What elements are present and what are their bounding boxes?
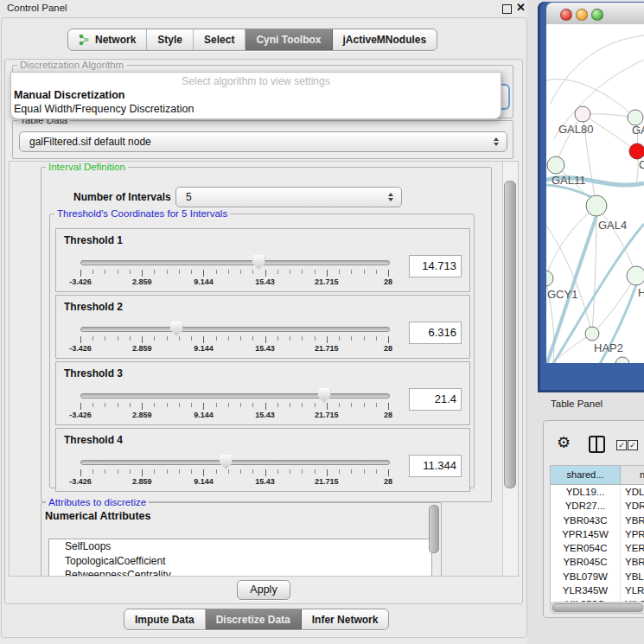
control-panel-titlebar: Control Panel ✕ xyxy=(0,0,527,17)
bottom-tab-bar: Impute Data Discretize Data Infer Networ… xyxy=(124,609,389,630)
table-row[interactable]: YDR27... YDR2 xyxy=(551,499,644,513)
attribute-list[interactable]: SelfLoops TopologicalCoefficient Between… xyxy=(48,539,432,577)
table-row[interactable]: YBR043C YBR0 xyxy=(551,513,644,527)
table-header-row: shared... na xyxy=(551,466,644,485)
table-cell[interactable]: YDR27... xyxy=(551,499,621,513)
numerical-attributes-label: Numerical Attributes xyxy=(45,510,150,522)
network-canvas[interactable]: GAL80 GA C GAL11 GAL4 GCY1 H HAP2 xyxy=(546,24,644,363)
threshold-slider[interactable] xyxy=(80,327,390,332)
gear-icon[interactable]: ⚙ xyxy=(557,435,571,450)
table-cell[interactable]: YER054C xyxy=(551,541,621,555)
slider-thumb[interactable] xyxy=(220,455,233,469)
tab-style[interactable]: Style xyxy=(147,29,194,50)
node-label-gal-clipped: GA xyxy=(632,124,644,137)
network-graph: GAL80 GA C GAL11 GAL4 GCY1 H HAP2 xyxy=(546,24,644,363)
tab-network[interactable]: Network xyxy=(68,29,147,50)
node-hap2 xyxy=(585,327,599,341)
zoom-window-icon[interactable] xyxy=(591,9,603,21)
table-cell[interactable]: YER0 xyxy=(621,541,644,555)
tab-jactivemnodules[interactable]: jActiveMNodules xyxy=(333,29,437,50)
threshold-value-field[interactable]: 21.4 xyxy=(409,388,462,411)
threshold-value-field[interactable]: 14.713 xyxy=(409,255,462,277)
table-row[interactable]: YLR345W YLR3 xyxy=(551,583,644,597)
node-label-h-clipped: H xyxy=(638,286,644,299)
table-cell[interactable]: YBR0 xyxy=(621,555,644,569)
column-header-name[interactable]: na xyxy=(621,466,644,484)
top-tab-bar: Network Style Select Cyni Toolbox jActiv… xyxy=(67,29,437,51)
attribute-list-item[interactable]: TopologicalCoefficient xyxy=(49,554,431,569)
table-cell[interactable]: YBR0 xyxy=(621,513,644,527)
checkbox-icon[interactable]: ✓ xyxy=(628,440,638,450)
slider-axis: -3.426 2.859 9.144 15.43 21.715 28 xyxy=(80,403,388,422)
split-columns-icon[interactable] xyxy=(589,436,605,453)
combo-stepper-icon xyxy=(494,137,499,146)
attribute-list-item[interactable]: SelfLoops xyxy=(49,539,431,554)
checkbox-icon[interactable]: ✓ xyxy=(616,440,627,450)
algorithm-option-manual[interactable]: Manual Discretization xyxy=(14,89,125,101)
apply-button[interactable]: Apply xyxy=(237,580,290,600)
table-cell[interactable]: YLR345W xyxy=(551,583,621,597)
column-header-shared[interactable]: shared... xyxy=(551,466,621,484)
threshold-label: Threshold 1 xyxy=(64,234,123,246)
tab-cyni-toolbox[interactable]: Cyni Toolbox xyxy=(245,29,332,50)
attributes-group-title: Attributes to discretize xyxy=(46,497,149,507)
table-cell[interactable]: YLR3 xyxy=(621,583,644,597)
float-panel-icon[interactable] xyxy=(502,4,512,14)
discretization-algorithm-title: Discretization Algorithm xyxy=(17,60,126,70)
table-cell[interactable]: YBR045C xyxy=(551,555,621,569)
number-of-intervals-combobox[interactable]: 5 xyxy=(175,187,402,207)
slider-thumb[interactable] xyxy=(318,388,331,403)
node-label-hap2: HAP2 xyxy=(594,341,623,354)
horizontal-scrollbar-track[interactable] xyxy=(550,602,644,614)
table-data-combobox[interactable]: galFiltered.sif default node xyxy=(19,131,507,152)
table-cell[interactable]: YDR2 xyxy=(621,499,644,513)
threshold-slider[interactable] xyxy=(80,260,390,265)
attribute-list-item[interactable]: BetweennessCentrality xyxy=(49,568,431,577)
thresholds-group-title: Threshold's Coordinates for 5 Intervals xyxy=(54,208,230,219)
table-row[interactable]: YER054C YER0 xyxy=(551,541,644,555)
table-cell[interactable]: YDL1 xyxy=(621,485,644,499)
tab-network-label: Network xyxy=(95,34,136,46)
table-cell[interactable]: YPR1 xyxy=(621,527,644,541)
minimize-window-icon[interactable] xyxy=(576,9,588,21)
slider-thumb[interactable] xyxy=(170,322,183,336)
table-row[interactable]: YBR045C YBR0 xyxy=(551,555,644,569)
tab-discretize-data[interactable]: Discretize Data xyxy=(206,609,302,629)
vertical-scrollbar-track[interactable] xyxy=(502,162,518,576)
node-attribute-table: shared... na YDL19... YDL1 YDR27... YDR2… xyxy=(550,465,644,603)
table-cell[interactable]: YDL19... xyxy=(551,485,621,499)
table-cell[interactable]: YBR043C xyxy=(551,513,621,527)
table-cell[interactable]: YBL0 xyxy=(621,570,644,583)
horizontal-scrollbar-thumb[interactable] xyxy=(552,603,643,612)
network-window-titlebar[interactable] xyxy=(546,3,644,25)
slider-thumb[interactable] xyxy=(252,255,265,270)
tab-select[interactable]: Select xyxy=(194,29,245,50)
vertical-scrollbar-thumb[interactable] xyxy=(504,181,516,488)
threshold-row: Threshold 2 -3.426 2.859 9.144 15.43 21.… xyxy=(55,295,470,359)
threshold-value-field[interactable]: 6.316 xyxy=(409,322,462,344)
node-bottom xyxy=(615,357,629,363)
node-label-gal11: GAL11 xyxy=(552,174,586,187)
threshold-slider[interactable] xyxy=(80,393,390,399)
node-gcy1 xyxy=(546,271,553,286)
close-window-icon[interactable] xyxy=(560,9,572,21)
table-data-combobox-value: galFiltered.sif default node xyxy=(29,136,151,148)
threshold-value-field[interactable]: 11.344 xyxy=(409,455,462,477)
algorithm-option-equal-width[interactable]: Equal Width/Frequency Discretization xyxy=(14,103,194,115)
tab-infer-network[interactable]: Infer Network xyxy=(302,609,389,629)
table-row[interactable]: YPR145W YPR1 xyxy=(551,527,644,541)
threshold-row: Threshold 4 -3.426 2.859 9.144 15.43 21.… xyxy=(55,428,470,492)
algorithm-prompt-option[interactable]: Select algorithm to view settings xyxy=(11,75,501,87)
attribute-list-scrollbar[interactable] xyxy=(429,505,439,553)
tab-impute-data[interactable]: Impute Data xyxy=(124,609,206,629)
close-panel-icon[interactable]: ✕ xyxy=(516,1,526,14)
table-row[interactable]: YBL079W YBL0 xyxy=(551,570,644,583)
threshold-label: Threshold 3 xyxy=(64,367,123,379)
table-row[interactable]: YDL19... YDL1 xyxy=(551,485,644,499)
threshold-slider[interactable] xyxy=(80,460,390,465)
table-cell[interactable]: YPR145W xyxy=(551,527,621,541)
node-red xyxy=(629,143,644,159)
slider-axis: -3.426 2.859 9.144 15.43 21.715 28 xyxy=(80,270,388,289)
thresholds-group: Threshold 1 -3.426 2.859 9.144 15.43 21.… xyxy=(49,214,475,488)
table-cell[interactable]: YBL079W xyxy=(551,570,621,583)
